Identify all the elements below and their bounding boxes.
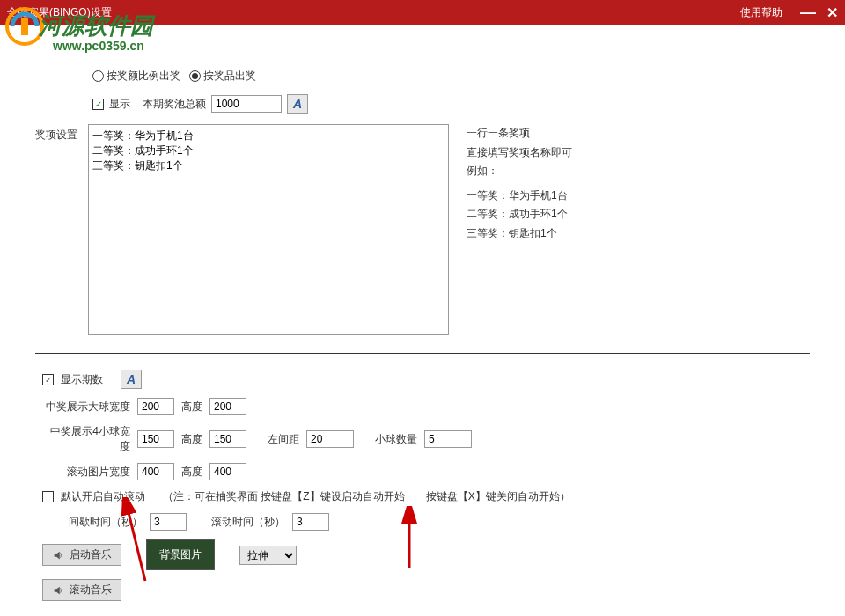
watermark-url: www.pc0359.cn (53, 39, 144, 53)
interval-input[interactable] (150, 513, 187, 531)
height-label-3: 高度 (181, 465, 202, 480)
big-ball-height-input[interactable] (209, 398, 246, 415)
bg-image-button[interactable]: 背景图片 (146, 539, 215, 570)
scroll-time-label: 滚动时间（秒） (211, 515, 285, 530)
show-period-label: 显示期数 (61, 372, 103, 387)
font-button-2[interactable]: A (121, 370, 142, 389)
left-gap-input[interactable] (306, 430, 354, 448)
height-label-2: 高度 (181, 432, 202, 447)
stretch-select[interactable]: 拉伸 (239, 546, 297, 565)
watermark-text: 河源软件园 (39, 11, 153, 41)
left-gap-label: 左间距 (268, 432, 299, 447)
scroll-music-button[interactable]: 滚动音乐 (42, 579, 121, 601)
radio-by-ratio[interactable]: 按奖额比例出奖 (92, 69, 180, 84)
big-ball-width-label: 中奖展示大球宽度 (42, 400, 130, 414)
small-ball-count-input[interactable] (424, 430, 472, 448)
prize-textarea[interactable]: 一等奖：华为手机1台 二等奖：成功手环1个 三等奖：钥匙扣1个 (88, 124, 449, 335)
speaker-icon-2 (52, 584, 64, 597)
show-checkbox[interactable]: ✓ (92, 99, 104, 110)
auto-hint: （注：可在抽奖界面 按键盘【Z】键设启动自动开始 按键盘【X】键关闭自动开始） (163, 489, 570, 504)
scroll-img-width-input[interactable] (137, 463, 174, 480)
auto-scroll-checkbox[interactable] (42, 491, 54, 502)
big-ball-width-input[interactable] (137, 398, 174, 415)
help-link[interactable]: 使用帮助 (740, 5, 783, 20)
start-music-button[interactable]: 启动音乐 (42, 544, 121, 566)
font-button-1[interactable]: A (287, 94, 308, 114)
divider (35, 353, 810, 354)
close-button[interactable]: ✕ (827, 4, 838, 21)
scroll-img-width-label: 滚动图片宽度 (42, 465, 130, 480)
small-ball-width-label: 中奖展示4小球宽度 (42, 424, 130, 454)
radio-by-prize[interactable]: 按奖品出奖 (189, 69, 256, 84)
small-ball-width-input[interactable] (137, 430, 174, 448)
scroll-time-input[interactable] (292, 513, 329, 531)
small-ball-height-input[interactable] (209, 430, 246, 448)
small-ball-count-label: 小球数量 (375, 432, 417, 447)
pool-input[interactable] (211, 95, 282, 113)
pool-label: 本期奖池总额 (143, 97, 206, 112)
show-label: 显示 (109, 97, 130, 112)
prize-hint: 一行一条奖项 直接填写奖项名称即可 例如： 一等奖：华为手机1台 二等奖：成功手… (467, 124, 572, 244)
auto-scroll-label: 默认开启自动滚动 (61, 489, 145, 504)
scroll-img-height-input[interactable] (209, 463, 246, 480)
minimize-button[interactable]: — (800, 4, 816, 20)
svg-rect-1 (21, 18, 28, 35)
show-period-checkbox[interactable]: ✓ (42, 374, 54, 385)
height-label-1: 高度 (181, 400, 202, 414)
interval-label: 间歇时间（秒） (69, 515, 143, 530)
speaker-icon (52, 549, 64, 561)
prize-label: 奖项设置 (35, 124, 88, 143)
